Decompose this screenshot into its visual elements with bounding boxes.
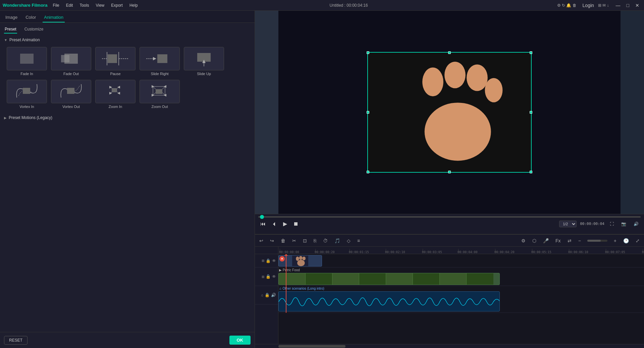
stop-button[interactable]: ⏹: [291, 220, 301, 228]
anim-item-fade-out[interactable]: Fade Out: [51, 47, 91, 76]
track-lock-sticker[interactable]: 🔒: [266, 258, 271, 263]
volume-button[interactable]: 🔊: [632, 221, 641, 227]
track-lock-video[interactable]: 🔒: [266, 274, 271, 279]
anim-item-zoom-out[interactable]: Zoom Out: [140, 80, 180, 109]
progress-bar-area[interactable]: [255, 214, 644, 218]
play-button[interactable]: ▶: [281, 220, 289, 228]
anim-label-vortex-out: Vortex Out: [62, 105, 80, 109]
ruler-mark-8: 00:00:06:10: [568, 250, 588, 254]
undo-button[interactable]: ↩: [258, 237, 265, 244]
audio-clip-label: ♫ Other scenarios (Long intro): [279, 287, 324, 290]
sel-handle-bl[interactable]: [367, 171, 369, 173]
align-button[interactable]: ≡: [356, 237, 362, 244]
sel-handle-bm[interactable]: [448, 171, 451, 173]
close-button[interactable]: ✕: [633, 2, 641, 9]
menu-help[interactable]: Help: [127, 2, 141, 8]
transition-button[interactable]: ⇄: [566, 237, 573, 244]
expand-button[interactable]: ⤢: [634, 237, 641, 244]
anim-tabs: Preset Customize: [0, 23, 255, 34]
preset-motions-header[interactable]: ▶ Preset Motions (Legacy): [4, 114, 251, 121]
sticker-thumbnail: [279, 255, 322, 266]
track-eye-video[interactable]: 👁: [272, 274, 276, 279]
login-button[interactable]: Login: [581, 2, 596, 9]
audio-button[interactable]: 🎵: [333, 237, 342, 244]
copy-button[interactable]: ⎘: [312, 237, 318, 244]
clip-audio-main[interactable]: // Generate waveform bars via inline scr…: [278, 291, 500, 311]
delete-button[interactable]: 🗑: [279, 237, 287, 244]
svg-rect-35: [156, 89, 162, 94]
track-icon-video[interactable]: ⊞: [262, 275, 264, 279]
track-lock-audio[interactable]: 🔒: [265, 293, 270, 297]
fullscreen-button[interactable]: ⛶: [608, 221, 616, 227]
track-eye-audio[interactable]: 🔊: [271, 293, 276, 297]
menu-view[interactable]: View: [93, 2, 107, 8]
tab-animation[interactable]: Animation: [43, 13, 65, 22]
skip-back-button[interactable]: ⏮: [258, 220, 268, 228]
svg-point-43: [299, 256, 303, 260]
plus-button[interactable]: +: [612, 237, 618, 244]
sel-handle-tl[interactable]: [367, 51, 369, 54]
preset-animation-header[interactable]: ▼ Preset Animation: [4, 36, 251, 44]
zoom-slider[interactable]: [587, 240, 607, 242]
fx-button[interactable]: Fx: [554, 237, 562, 244]
maximize-button[interactable]: □: [625, 2, 631, 9]
sel-handle-mr[interactable]: [530, 111, 532, 114]
anim-item-zoom-in[interactable]: Zoom In: [95, 80, 136, 109]
redo-button[interactable]: ↪: [268, 237, 276, 244]
anim-item-vortex-out[interactable]: Vortex Out: [51, 80, 91, 109]
voice-button[interactable]: 🎤: [541, 237, 550, 244]
step-back-button[interactable]: ⏴: [270, 220, 279, 228]
clock-button[interactable]: 🕐: [622, 237, 631, 244]
mask-button[interactable]: ⬡: [531, 237, 538, 244]
speed-button[interactable]: ⏱: [321, 237, 329, 244]
menu-file[interactable]: File: [50, 2, 62, 8]
anim-item-slide-right[interactable]: Slide Right: [140, 47, 180, 76]
sel-handle-tr[interactable]: [530, 51, 532, 54]
tab-image[interactable]: Image: [4, 13, 19, 22]
progress-thumb[interactable]: [260, 215, 264, 219]
reset-button[interactable]: RESET: [4, 336, 28, 345]
keyframe-button[interactable]: ◇: [345, 237, 352, 244]
anim-item-slide-up[interactable]: Slide Up: [184, 47, 224, 76]
screenshot-button[interactable]: 📷: [619, 221, 628, 227]
settings-button[interactable]: ⚙: [520, 237, 527, 244]
track-icon-sticker[interactable]: ⊞: [262, 259, 264, 263]
video-thumb-3: [332, 273, 359, 285]
ruler-mark-0: 00:00:00:00: [279, 250, 299, 254]
progress-bar-fill: [258, 216, 641, 218]
svg-marker-9: [153, 57, 156, 60]
anim-item-fade-in[interactable]: Fade In: [7, 47, 47, 76]
ruler-mark-5: 00:00:04:00: [458, 250, 478, 254]
track-icon-audio[interactable]: ♫: [261, 293, 264, 297]
tab-color[interactable]: Color: [24, 13, 37, 22]
slide-right-preview-icon: [145, 50, 175, 67]
scrollbar-thumb[interactable]: [278, 345, 345, 348]
anim-tab-customize[interactable]: Customize: [24, 25, 44, 34]
sel-handle-tm[interactable]: [448, 51, 451, 54]
minus-button[interactable]: −: [577, 237, 583, 244]
clip-sticker-paw[interactable]: ✕: [278, 255, 322, 267]
h-scrollbar[interactable]: [255, 344, 644, 348]
video-thumb-5: [386, 273, 413, 285]
video-thumb-2: [306, 273, 332, 285]
playback-buttons: ⏮ ⏴ ▶ ⏹: [258, 220, 301, 228]
quality-selector[interactable]: 1/2 Full 1/4: [559, 221, 577, 227]
sel-handle-br[interactable]: [530, 171, 532, 173]
clip-video-main[interactable]: [278, 273, 500, 285]
cut-button[interactable]: ✂: [290, 237, 298, 244]
ok-button[interactable]: OK: [229, 336, 251, 345]
track-eye-sticker[interactable]: 👁: [272, 258, 276, 263]
sel-handle-ml[interactable]: [367, 111, 369, 114]
minimize-button[interactable]: —: [614, 2, 623, 9]
menu-edit[interactable]: Edit: [63, 2, 76, 8]
menu-export[interactable]: Export: [108, 2, 125, 8]
crop-button[interactable]: ⊡: [301, 237, 309, 244]
anim-tab-preset[interactable]: Preset: [4, 25, 17, 34]
progress-bar-track[interactable]: [258, 216, 641, 218]
anim-item-vortex-in[interactable]: Vortex In: [7, 80, 47, 109]
anim-item-pause[interactable]: Pause: [95, 47, 136, 76]
menu-tools[interactable]: Tools: [77, 2, 92, 8]
ruler-spacer: [255, 247, 278, 254]
timeline-main: ⊞ 🔒 👁 ⊞ 🔒 👁 ♫ 🔒 🔊: [255, 247, 644, 344]
waveform-svg: // Generate waveform bars via inline scr…: [279, 292, 500, 311]
